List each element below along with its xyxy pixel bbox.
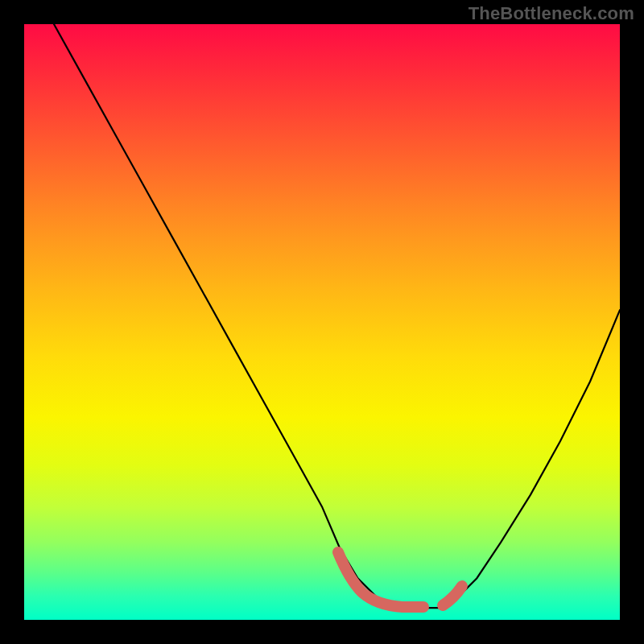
plot-area [24, 24, 620, 620]
watermark-text: TheBottleneck.com [469, 3, 634, 24]
chart-frame: TheBottleneck.com [0, 0, 644, 644]
valley-marker-left [338, 552, 423, 607]
curve-layer [24, 24, 620, 620]
bottleneck-curve [54, 24, 620, 608]
valley-marker-right [443, 586, 462, 605]
